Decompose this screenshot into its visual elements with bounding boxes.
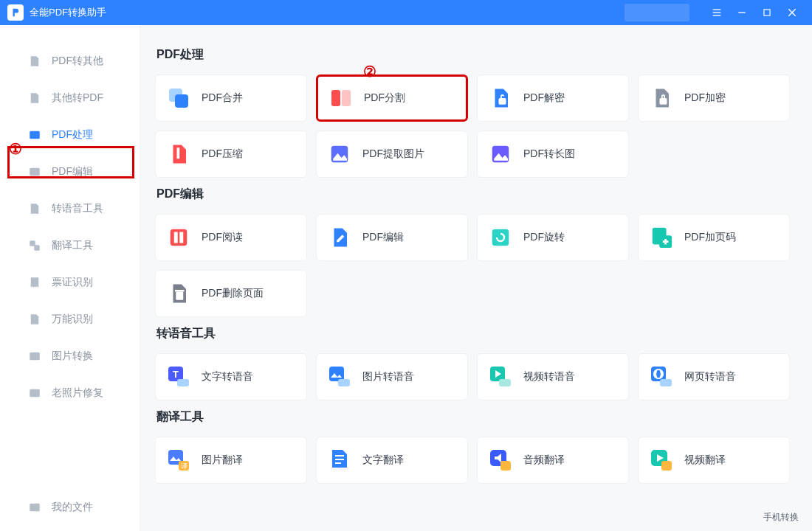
- image-tts-icon: [327, 364, 352, 389]
- svg-rect-17: [342, 90, 351, 106]
- sidebar-item-label: PDF编辑: [52, 165, 93, 178]
- sidebar-item-receipt-ocr[interactable]: 票证识别: [0, 264, 140, 301]
- close-button[interactable]: [780, 0, 805, 25]
- card-image-translate[interactable]: 译 图片翻译: [155, 437, 307, 484]
- title-bar: 全能PDF转换助手: [0, 0, 812, 25]
- video-translate-icon: [649, 448, 674, 473]
- svg-rect-38: [660, 379, 672, 386]
- sidebar-item-label: PDF处理: [52, 128, 93, 142]
- sidebar: PDF转其他 其他转PDF PDF处理 PDF编辑 转语音工具 翻译工具: [0, 25, 140, 531]
- footer-phone-convert[interactable]: 手机转换: [763, 511, 799, 524]
- sidebar-item-tts[interactable]: 转语音工具: [0, 190, 140, 227]
- svg-rect-19: [660, 98, 667, 105]
- card-pdf-read[interactable]: PDF阅读: [155, 214, 307, 261]
- image-convert-icon: [28, 350, 41, 363]
- image-translate-icon: 译: [166, 448, 191, 473]
- text-tts-icon: T: [166, 364, 191, 389]
- compress-icon: [166, 142, 191, 167]
- svg-rect-33: [338, 379, 350, 386]
- card-pdf-merge[interactable]: PDF合并: [155, 74, 307, 122]
- svg-rect-11: [30, 353, 40, 361]
- rotate-icon: [488, 225, 513, 250]
- svg-rect-31: [177, 379, 189, 386]
- sidebar-item-label: 老照片修复: [52, 386, 103, 400]
- card-video-to-speech[interactable]: 视频转语音: [477, 353, 629, 400]
- titlebar-account-area[interactable]: [625, 4, 689, 21]
- sidebar-item-universal-ocr[interactable]: 万能识别: [0, 301, 140, 338]
- svg-rect-28: [175, 290, 185, 292]
- my-files-icon: [28, 501, 41, 514]
- svg-rect-9: [30, 240, 35, 246]
- card-image-to-speech[interactable]: 图片转语音: [316, 353, 468, 400]
- svg-rect-10: [34, 245, 40, 251]
- section-title-tts: 转语音工具: [156, 326, 800, 341]
- pdf-file-icon: [28, 55, 41, 68]
- menu-button[interactable]: [704, 0, 729, 25]
- sidebar-item-label: 其他转PDF: [52, 91, 103, 105]
- svg-rect-12: [30, 389, 40, 398]
- card-label: PDF合并: [202, 91, 243, 105]
- maximize-button[interactable]: [754, 0, 780, 25]
- sidebar-item-image-convert[interactable]: 图片转换: [0, 338, 140, 375]
- card-pdf-decrypt[interactable]: PDF解密: [477, 74, 629, 122]
- card-text-translate[interactable]: 文字翻译: [316, 437, 468, 484]
- card-pdf-split[interactable]: PDF分割: [316, 74, 468, 122]
- translate-icon: [28, 239, 41, 252]
- split-icon: [328, 86, 354, 111]
- image-extract-icon: [327, 142, 352, 167]
- photo-restore-icon: [28, 386, 41, 400]
- sidebar-item-label: 转语音工具: [52, 202, 103, 215]
- card-label: PDF编辑: [362, 231, 404, 244]
- card-label: PDF提取图片: [362, 148, 424, 161]
- card-label: PDF删除页面: [202, 287, 264, 300]
- sidebar-item-my-files[interactable]: 我的文件: [0, 491, 140, 524]
- pdf-edit-icon: [28, 165, 41, 178]
- card-label: 图片转语音: [362, 370, 414, 384]
- svg-rect-16: [331, 90, 340, 106]
- svg-rect-18: [499, 98, 506, 105]
- svg-rect-42: [335, 455, 344, 457]
- unlock-icon: [488, 86, 513, 111]
- svg-text:译: 译: [181, 462, 187, 470]
- sidebar-item-other-to-pdf[interactable]: 其他转PDF: [0, 80, 140, 117]
- svg-rect-46: [500, 461, 511, 471]
- svg-rect-23: [171, 229, 187, 246]
- card-pdf-edit[interactable]: PDF编辑: [316, 214, 468, 261]
- main-content: PDF处理 PDF合并 PDF分割 PDF解密: [140, 25, 812, 531]
- card-pdf-add-page-number[interactable]: PDF加页码: [638, 214, 790, 261]
- card-video-translate[interactable]: 视频翻译: [638, 437, 790, 484]
- card-label: PDF转长图: [523, 148, 575, 161]
- card-pdf-to-long-image[interactable]: PDF转长图: [477, 131, 629, 178]
- sidebar-item-translate[interactable]: 翻译工具: [0, 227, 140, 264]
- video-tts-icon: [488, 364, 513, 389]
- sidebar-item-label: 票证识别: [52, 276, 93, 289]
- card-label: 文字转语音: [202, 370, 253, 384]
- web-tts-icon: [649, 364, 674, 389]
- sidebar-item-label: 图片转换: [52, 350, 93, 363]
- audio-translate-icon: [488, 448, 513, 473]
- card-pdf-compress[interactable]: PDF压缩: [155, 131, 307, 178]
- sidebar-item-photo-restore[interactable]: 老照片修复: [0, 375, 140, 412]
- minimize-button[interactable]: [729, 0, 754, 25]
- svg-rect-20: [177, 148, 180, 159]
- app-logo-icon: [7, 4, 24, 21]
- sidebar-item-pdf-to-other[interactable]: PDF转其他: [0, 43, 140, 80]
- delete-page-icon: [166, 281, 191, 306]
- lock-icon: [649, 86, 674, 111]
- card-audio-translate[interactable]: 音频翻译: [477, 437, 629, 484]
- card-label: 网页转语音: [684, 370, 736, 384]
- card-pdf-rotate[interactable]: PDF旋转: [477, 214, 629, 261]
- card-pdf-delete-page[interactable]: PDF删除页面: [155, 270, 307, 317]
- card-label: 视频转语音: [523, 370, 575, 384]
- sidebar-item-pdf-process[interactable]: PDF处理: [0, 117, 140, 153]
- card-pdf-extract-image[interactable]: PDF提取图片: [316, 131, 468, 178]
- card-label: 音频翻译: [523, 454, 565, 467]
- svg-text:T: T: [173, 369, 179, 380]
- card-web-to-speech[interactable]: 网页转语音: [638, 353, 790, 400]
- sidebar-item-pdf-edit[interactable]: PDF编辑: [0, 153, 140, 190]
- card-pdf-encrypt[interactable]: PDF加密: [638, 74, 790, 122]
- card-text-to-speech[interactable]: T 文字转语音: [155, 353, 307, 400]
- card-label: 视频翻译: [684, 454, 726, 467]
- read-icon: [166, 225, 191, 250]
- svg-rect-35: [499, 379, 511, 386]
